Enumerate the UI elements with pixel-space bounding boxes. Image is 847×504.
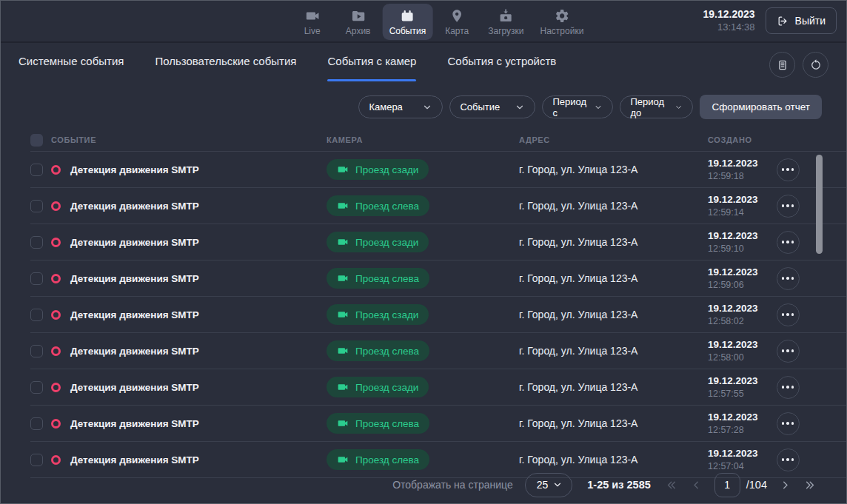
per-page-label: Отображать на странице: [392, 479, 513, 491]
select-all-checkbox[interactable]: [30, 134, 43, 147]
row-checkbox[interactable]: [30, 272, 43, 285]
camera-badge[interactable]: Проезд слева: [327, 268, 429, 289]
tab-device-events[interactable]: События с устройств: [447, 55, 556, 81]
per-page-select[interactable]: 25: [525, 473, 573, 497]
current-date: 19.12.2023: [703, 7, 754, 21]
event-name: Детекция движения SMTP: [70, 237, 199, 248]
created-cell: 19.12.2023 12:57:55: [708, 374, 767, 400]
events-table: СОБЫТИЕ КАМЕРА АДРЕС СОЗДАНО Детекция дв…: [1, 129, 846, 478]
logout-button[interactable]: Выйти: [766, 7, 837, 34]
row-checkbox[interactable]: [30, 381, 43, 394]
motion-event-ring-icon: [51, 201, 61, 211]
chevron-left-icon: [690, 479, 703, 491]
camera-badge[interactable]: Проезд сзади: [327, 304, 429, 325]
table-row: Детекция движения SMTP Проезд слева г. Г…: [30, 406, 846, 442]
tab-user-events[interactable]: Пользовательские события: [155, 55, 296, 81]
last-page-button[interactable]: [803, 479, 816, 491]
camera-name: Проезд сзади: [355, 237, 418, 248]
nav-item-settings[interactable]: Настройки: [534, 4, 591, 40]
created-cell: 19.12.2023 12:58:00: [708, 338, 767, 363]
row-actions-button[interactable]: [777, 303, 800, 326]
table-row: Детекция движения SMTP Проезд слева г. Г…: [30, 333, 846, 369]
nav-item-events[interactable]: События: [383, 4, 433, 40]
table-row: Детекция движения SMTP Проезд сзади г. Г…: [30, 297, 846, 333]
current-page-input[interactable]: 1: [714, 473, 740, 497]
events-calendar-icon: [400, 8, 415, 24]
motion-event-ring-icon: [51, 383, 61, 392]
row-checkbox[interactable]: [30, 309, 43, 321]
nav-label: Архив: [346, 26, 371, 36]
nav-label: События: [389, 26, 426, 36]
first-page-button[interactable]: [666, 479, 678, 491]
camera-filter-dropdown[interactable]: Камера: [358, 95, 443, 118]
camera-name: Проезд слева: [355, 454, 419, 466]
period-from-dropdown[interactable]: Период с: [542, 95, 613, 118]
created-time: 12:58:02: [708, 315, 767, 327]
camera-badge[interactable]: Проезд сзади: [327, 159, 429, 180]
camera-icon: [337, 309, 349, 320]
row-actions-button[interactable]: [777, 158, 800, 181]
logout-icon: [777, 15, 789, 27]
created-time: 12:58:00: [708, 352, 767, 363]
camera-name: Проезд слева: [355, 418, 419, 429]
row-actions-button[interactable]: [777, 231, 800, 254]
event-filter-dropdown[interactable]: Событие: [449, 95, 535, 118]
nav-item-map[interactable]: Карта: [435, 4, 478, 40]
period-to-dropdown[interactable]: Период до: [620, 95, 693, 118]
row-checkbox[interactable]: [30, 345, 43, 357]
row-checkbox[interactable]: [30, 454, 43, 466]
camera-badge[interactable]: Проезд слева: [327, 340, 429, 361]
table-header-row: СОБЫТИЕ КАМЕРА АДРЕС СОЗДАНО: [30, 129, 846, 152]
chevron-down-icon: [422, 102, 432, 112]
event-address: г. Город, ул. Улица 123-А: [519, 164, 708, 175]
camera-badge[interactable]: Проезд сзади: [327, 232, 429, 252]
row-actions-button[interactable]: [777, 412, 800, 435]
created-date: 19.12.2023: [708, 411, 767, 424]
row-checkbox[interactable]: [30, 417, 43, 430]
row-actions-button[interactable]: [777, 195, 800, 218]
tab-system-events[interactable]: Системные события: [19, 55, 124, 81]
created-cell: 19.12.2023 12:59:18: [708, 157, 767, 182]
row-actions-button[interactable]: [777, 340, 800, 363]
row-actions-button[interactable]: [777, 376, 800, 399]
tab-camera-events[interactable]: События с камер: [327, 55, 416, 81]
camera-badge[interactable]: Проезд сзади: [327, 377, 429, 397]
created-time: 12:57:28: [708, 424, 767, 436]
nav-item-archive[interactable]: Архив: [337, 4, 380, 40]
motion-event-ring-icon: [51, 455, 61, 465]
refresh-button[interactable]: [803, 52, 828, 78]
next-page-button[interactable]: [779, 479, 791, 491]
row-actions-button[interactable]: [777, 448, 800, 471]
header-event: СОБЫТИЕ: [51, 135, 96, 144]
camera-icon: [337, 272, 349, 284]
created-cell: 19.12.2023 12:57:28: [708, 411, 767, 436]
event-address: г. Город, ул. Улица 123-А: [519, 272, 708, 284]
row-checkbox[interactable]: [30, 236, 43, 249]
motion-event-ring-icon: [51, 346, 61, 356]
double-chevron-right-icon: [803, 479, 816, 491]
double-chevron-left-icon: [666, 479, 678, 491]
camera-badge[interactable]: Проезд слева: [327, 413, 429, 434]
table-body: Детекция движения SMTP Проезд сзади г. Г…: [30, 152, 846, 478]
camera-name: Проезд слева: [355, 346, 419, 357]
event-name: Детекция движения SMTP: [70, 309, 199, 320]
total-pages-label: /104: [746, 479, 767, 491]
nav-item-uploads[interactable]: Загрузки: [481, 4, 530, 40]
event-address: г. Город, ул. Улица 123-А: [519, 236, 708, 248]
row-checkbox[interactable]: [30, 164, 43, 176]
table-row: Детекция движения SMTP Проезд сзади г. Г…: [30, 369, 846, 406]
motion-event-ring-icon: [51, 165, 61, 175]
nav-item-live[interactable]: Live: [291, 4, 334, 40]
generate-report-button[interactable]: Сформировать отчет: [700, 95, 822, 119]
table-row: Детекция движения SMTP Проезд сзади г. Г…: [30, 152, 846, 188]
scrollbar-thumb[interactable]: [816, 155, 823, 254]
camera-badge[interactable]: Проезд слева: [327, 449, 429, 470]
current-datetime: 19.12.2023 13:14:38: [703, 7, 754, 33]
prev-page-button[interactable]: [690, 479, 703, 491]
event-address: г. Город, ул. Улица 123-А: [519, 309, 708, 320]
camera-badge[interactable]: Проезд слева: [327, 195, 429, 216]
row-checkbox[interactable]: [30, 200, 43, 212]
event-name: Детекция движения SMTP: [70, 273, 199, 284]
report-journal-button[interactable]: [769, 52, 795, 78]
row-actions-button[interactable]: [777, 267, 800, 290]
